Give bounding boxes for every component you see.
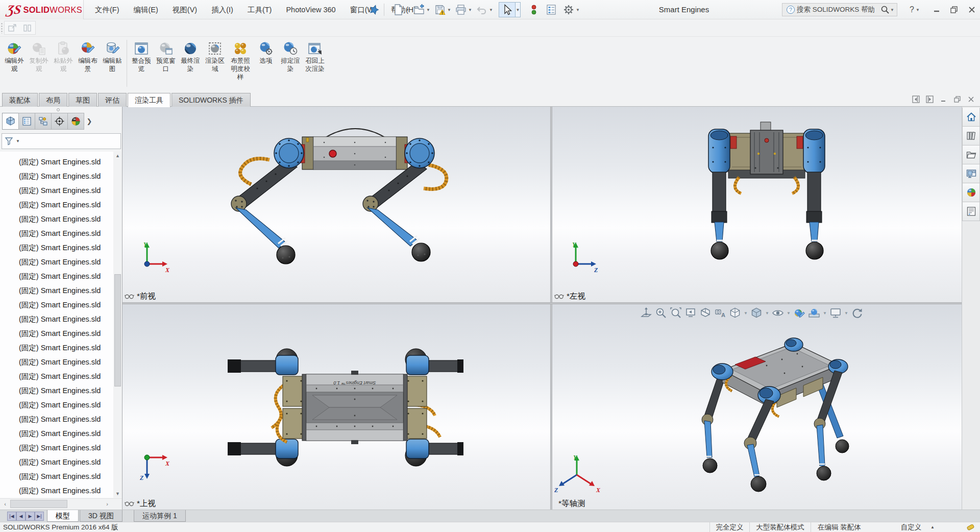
panel-expand-arrow[interactable]: ❯ — [84, 113, 94, 130]
search-box[interactable]: ? 搜索 SOLIDWORKS 帮助 ▼ — [782, 3, 897, 16]
ribbon-proof-sheet-button[interactable]: 布景照明度校样 — [227, 39, 254, 81]
viewport-front[interactable]: *前视 Y X — [122, 107, 550, 302]
scroll-thumb[interactable] — [114, 274, 121, 386]
options-dropdown[interactable]: ▼ — [575, 4, 580, 16]
hide-show-items-icon[interactable] — [772, 307, 784, 319]
menu-3[interactable]: 视图(V) — [165, 0, 204, 19]
search-input[interactable]: 搜索 SOLIDWORKS 帮助 — [797, 5, 880, 14]
doc-minimize-icon[interactable] — [940, 95, 947, 103]
previous-pane-icon[interactable] — [912, 95, 920, 103]
viewport-top[interactable]: Smart Engines™ 1.0 *上视 X Z — [122, 304, 550, 510]
options-button[interactable] — [562, 4, 575, 16]
ribbon-edit-scene-button[interactable]: 编辑布景 — [76, 39, 100, 73]
document-tab-1[interactable]: 模型 — [47, 510, 79, 522]
tree-item[interactable]: (固定) Smart Engines.sld — [0, 341, 112, 355]
open-file-button[interactable] — [413, 4, 425, 16]
tree-item[interactable]: (固定) Smart Engines.sld — [0, 183, 112, 198]
ribbon-edit-appearance-button[interactable]: 编辑外观 — [2, 39, 27, 73]
open-file-button-dropdown[interactable]: ▼ — [426, 4, 431, 16]
rebuild-button[interactable] — [528, 4, 540, 16]
command-tab-1[interactable]: 装配体 — [2, 93, 38, 107]
view-palette-tab[interactable] — [962, 164, 980, 183]
ribbon-options-button[interactable]: 选项 — [254, 39, 278, 65]
tree-item[interactable]: (固定) Smart Engines.sld — [0, 155, 112, 169]
tree-item[interactable]: (固定) Smart Engines.sld — [0, 212, 112, 226]
ribbon-preview-window-button[interactable]: 预览窗口 — [154, 39, 178, 73]
view-settings-icon[interactable] — [829, 307, 842, 319]
ribbon-paste-appearance-button[interactable]: 粘贴外观 — [51, 39, 76, 73]
scroll-down-arrow[interactable]: ▼ — [113, 490, 122, 498]
ribbon-schedule-render-button[interactable]: 排定渲染 — [278, 39, 303, 73]
tree-item[interactable]: (固定) Smart Engines.sld — [0, 398, 112, 412]
close-button[interactable] — [967, 5, 977, 15]
doc-close-icon[interactable] — [967, 95, 975, 103]
toolbar-drag-handle[interactable] — [1, 22, 3, 34]
next-pane-icon[interactable] — [926, 95, 934, 103]
print-button[interactable] — [455, 4, 467, 16]
apply-scene-icon-dropdown[interactable]: ▼ — [823, 311, 827, 316]
ribbon-copy-appearance-button[interactable]: 复制外观 — [27, 39, 51, 73]
tag-icon[interactable] — [966, 523, 975, 531]
tab-scroll-next[interactable]: ▶ — [26, 512, 35, 521]
ribbon-final-render-button[interactable]: 最终渲染 — [178, 39, 203, 73]
status-customize[interactable]: 自定义 — [891, 522, 932, 532]
report-button[interactable] — [545, 4, 557, 16]
tree-filter[interactable]: ▼ — [2, 133, 121, 149]
tree-item[interactable]: (固定) Smart Engines.sld — [0, 369, 112, 383]
command-tab-2[interactable]: 布局 — [39, 93, 67, 107]
pin-icon[interactable] — [369, 4, 380, 15]
save-button-dropdown[interactable]: ▼ — [447, 4, 452, 16]
filter-dropdown[interactable]: ▼ — [15, 135, 20, 148]
tree-item[interactable]: (固定) Smart Engines.sld — [0, 255, 112, 269]
display-style-icon-dropdown[interactable]: ▼ — [765, 311, 769, 316]
tree-horizontal-scrollbar[interactable]: ‹ › — [0, 498, 122, 509]
ribbon-recall-render-button[interactable]: 召回上次渲染 — [303, 39, 327, 73]
tree-item[interactable]: (固定) Smart Engines.sld — [0, 469, 112, 483]
displaymanager-tab[interactable] — [67, 113, 84, 130]
tab-scroll-first[interactable]: ▶| — [35, 512, 44, 521]
document-tab-3[interactable]: 运动算例 1 — [134, 510, 186, 522]
taskpane-home-tab[interactable] — [962, 108, 980, 127]
tree-item[interactable]: (固定) Smart Engines.sld — [0, 483, 112, 498]
appearances-tab[interactable] — [962, 183, 980, 202]
tree-item[interactable]: (固定) Smart Engines.sld — [0, 198, 112, 212]
tab-scroll-prev[interactable]: ◀ — [16, 512, 26, 521]
edit-appearance-icon[interactable] — [793, 307, 805, 319]
design-library-tab[interactable] — [962, 127, 980, 146]
select-tool-button[interactable]: ▼ — [499, 2, 521, 17]
menu-1[interactable]: 文件(F) — [88, 0, 127, 19]
zoom-to-fit-icon[interactable] — [640, 307, 652, 319]
tree-item[interactable]: (固定) Smart Engines.sld — [0, 326, 112, 341]
dimxpert-tab[interactable] — [51, 113, 68, 130]
menu-2[interactable]: 编辑(E) — [127, 0, 165, 19]
hide-show-items-icon-dropdown[interactable]: ▼ — [787, 311, 791, 316]
menu-5[interactable]: 工具(T) — [240, 0, 279, 19]
tree-item[interactable]: (固定) Smart Engines.sld — [0, 169, 112, 183]
help-button[interactable]: ?▼ — [910, 0, 920, 19]
tree-item[interactable]: (固定) Smart Engines.sld — [0, 298, 112, 312]
horizontal-splitter[interactable] — [122, 302, 962, 304]
search-dropdown[interactable]: ▼ — [890, 4, 895, 16]
command-tab-5[interactable]: 渲染工具 — [128, 93, 170, 107]
tree-item[interactable]: (固定) Smart Engines.sld — [0, 412, 112, 426]
ribbon-edit-decal-button[interactable]: 编辑贴图 — [100, 39, 125, 73]
tree-item[interactable]: (固定) Smart Engines.sld — [0, 269, 112, 283]
vertical-splitter[interactable] — [550, 107, 552, 510]
search-icon[interactable] — [880, 5, 890, 14]
apply-scene-icon[interactable] — [808, 307, 820, 319]
new-file-button[interactable] — [392, 4, 404, 16]
section-view-icon[interactable] — [699, 307, 712, 319]
tree-item[interactable]: (固定) Smart Engines.sld — [0, 383, 112, 398]
undo-button-dropdown[interactable]: ▼ — [488, 4, 494, 16]
view-settings-icon-dropdown[interactable]: ▼ — [844, 311, 848, 316]
tree-item[interactable]: (固定) Smart Engines.sld — [0, 283, 112, 298]
minimize-button[interactable] — [932, 5, 942, 15]
tab-scroll-last[interactable]: |◀ — [7, 512, 16, 521]
assembly-tool-icon[interactable] — [7, 23, 17, 33]
undo-button[interactable] — [476, 4, 488, 16]
annotation-views-icon[interactable]: A — [714, 307, 726, 319]
scroll-up-arrow[interactable]: ▲ — [113, 152, 122, 160]
command-tab-3[interactable]: 草图 — [68, 93, 97, 107]
menu-4[interactable]: 插入(I) — [204, 0, 240, 19]
ribbon-render-region-button[interactable]: 渲染区域 — [203, 39, 227, 73]
